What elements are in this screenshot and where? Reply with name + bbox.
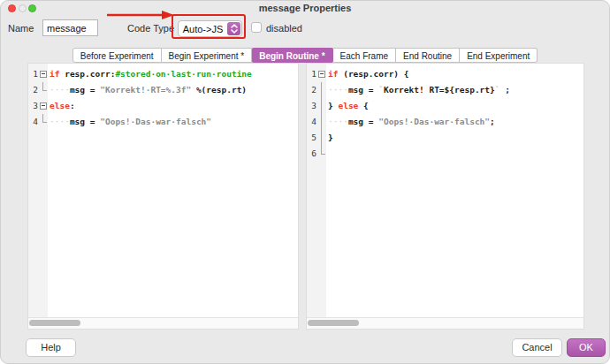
code-token: ···· (50, 85, 70, 95)
horizontal-scrollbar[interactable] (28, 317, 298, 329)
line-number: 6 (307, 146, 316, 162)
name-label: Name (8, 23, 34, 34)
line-number: 3 (307, 98, 316, 114)
code-type-select[interactable]: Auto->JS (178, 20, 242, 37)
line-number: 5 (307, 130, 316, 146)
tab-begin-routine[interactable]: Begin Routine * (252, 48, 332, 63)
ok-button[interactable]: OK (567, 338, 606, 357)
close-button[interactable] (8, 4, 16, 12)
dialog-window: message Properties Name Code Type Auto->… (0, 0, 610, 364)
line-number: 2 (307, 82, 316, 98)
code-lines-js: 1if (resp.corr) {2····msg = `Korrekt! RT… (307, 66, 583, 318)
code-section-tabs: Before ExperimentBegin Experiment *Begin… (1, 48, 609, 63)
line-number: 2 (28, 82, 38, 98)
fold-toggle-icon[interactable] (38, 66, 48, 82)
code-type-value: Auto->JS (179, 24, 227, 34)
code-token: : (70, 101, 75, 110)
code-token: else (338, 101, 358, 110)
code-token: ···· (328, 85, 348, 95)
code-token: ; (500, 85, 510, 95)
line-number: 1 (28, 66, 38, 82)
code-text: ····msg = "Korrekt!·RT=%.3f" %(resp.rt) (48, 82, 247, 98)
fold-guide (38, 114, 48, 130)
code-token: msg = (70, 85, 100, 95)
code-line: 4····msg = "Oops!·Das·war·falsch" (28, 114, 298, 130)
code-text: } (326, 130, 333, 146)
cancel-button[interactable]: Cancel (512, 338, 562, 357)
disabled-label: disabled (266, 23, 302, 34)
tab-end-routine[interactable]: End Routine (396, 48, 460, 63)
code-token: msg = (348, 85, 378, 95)
disabled-checkbox[interactable] (251, 22, 262, 33)
fold-guide (316, 114, 326, 130)
minimize-button (19, 4, 27, 12)
code-token: %(resp.rt) (191, 85, 247, 95)
code-text: ····msg = `Korrekt! RT=${resp.rt}` ; (326, 82, 510, 98)
code-token: { (358, 101, 368, 110)
code-text: else: (48, 98, 75, 114)
fold-guide (316, 82, 326, 98)
code-line: 5} (307, 130, 583, 146)
code-token: ···· (328, 117, 348, 126)
line-number: 4 (28, 114, 38, 130)
fold-guide (38, 82, 48, 98)
window-title: message Properties (1, 1, 609, 16)
code-token: (resp.corr) { (338, 69, 408, 79)
fold-toggle-icon[interactable] (38, 98, 48, 114)
code-token: } (328, 101, 338, 110)
code-token: resp.corr: (59, 69, 115, 79)
tab-before-experiment[interactable]: Before Experiment (72, 48, 162, 63)
fold-guide (316, 130, 326, 146)
code-line: 3else: (28, 98, 298, 114)
traffic-lights (8, 4, 36, 12)
code-token: "Korrekt!·RT=%.3f" (100, 85, 191, 95)
scrollbar-thumb[interactable] (29, 320, 80, 326)
tab-each-frame[interactable]: Each Frame (333, 48, 396, 63)
code-text: if resp.corr:#stored·on·last·run·routine (48, 66, 252, 82)
help-button[interactable]: Help (26, 338, 76, 357)
code-editor-js[interactable]: 1if (resp.corr) {2····msg = `Korrekt! RT… (306, 63, 584, 330)
code-line: 2····msg = "Korrekt!·RT=%.3f" %(resp.rt) (28, 82, 298, 98)
code-token: Korrekt! RT=${resp.rt} (384, 85, 495, 95)
code-token: } (328, 133, 333, 142)
code-token: msg = (70, 117, 100, 126)
name-input[interactable] (42, 19, 98, 36)
line-number: 3 (28, 98, 38, 114)
code-line: 4····msg = "Oops!·Das·war·falsch"; (307, 114, 583, 130)
scrollbar-thumb[interactable] (308, 320, 359, 326)
code-line: 6 (307, 146, 583, 162)
code-line: 3} else { (307, 98, 583, 114)
code-token: if (328, 69, 338, 79)
code-token: #stored·on·last·run·routine (115, 69, 251, 79)
horizontal-scrollbar[interactable] (307, 317, 583, 329)
code-text: ····msg = "Oops!·Das·war·falsch" (48, 114, 211, 130)
code-lines-python: 1if resp.corr:#stored·on·last·run·routin… (28, 66, 298, 318)
zoom-button[interactable] (28, 4, 36, 12)
title-bar[interactable]: message Properties (1, 1, 609, 16)
code-text: ····msg = "Oops!·Das·war·falsch"; (326, 114, 495, 130)
code-token: else (50, 101, 70, 110)
code-token: "Oops!·Das·war·falsch" (378, 117, 490, 126)
code-token: ···· (50, 117, 70, 126)
code-token: msg = (348, 117, 378, 126)
code-type-label: Code Type (127, 23, 174, 34)
code-text (326, 146, 328, 162)
fold-toggle-icon[interactable] (316, 66, 326, 82)
code-line: 1if (resp.corr) { (307, 66, 583, 82)
code-line: 2····msg = `Korrekt! RT=${resp.rt}` ; (307, 82, 583, 98)
code-line: 1if resp.corr:#stored·on·last·run·routin… (28, 66, 298, 82)
line-number: 4 (307, 114, 316, 130)
code-token: ; (490, 117, 495, 126)
fold-guide (316, 98, 326, 114)
fold-guide (316, 146, 326, 162)
line-number: 1 (307, 66, 316, 82)
code-text: } else { (326, 98, 369, 114)
tab-end-experiment[interactable]: End Experiment (460, 48, 538, 63)
code-editor-python[interactable]: 1if resp.corr:#stored·on·last·run·routin… (27, 63, 299, 330)
tab-begin-experiment[interactable]: Begin Experiment * (162, 48, 253, 63)
stepper-arrows-icon[interactable] (227, 22, 240, 35)
code-token: "Oops!·Das·war·falsch" (100, 117, 211, 126)
code-token: if (50, 69, 59, 79)
code-text: if (resp.corr) { (326, 66, 409, 82)
